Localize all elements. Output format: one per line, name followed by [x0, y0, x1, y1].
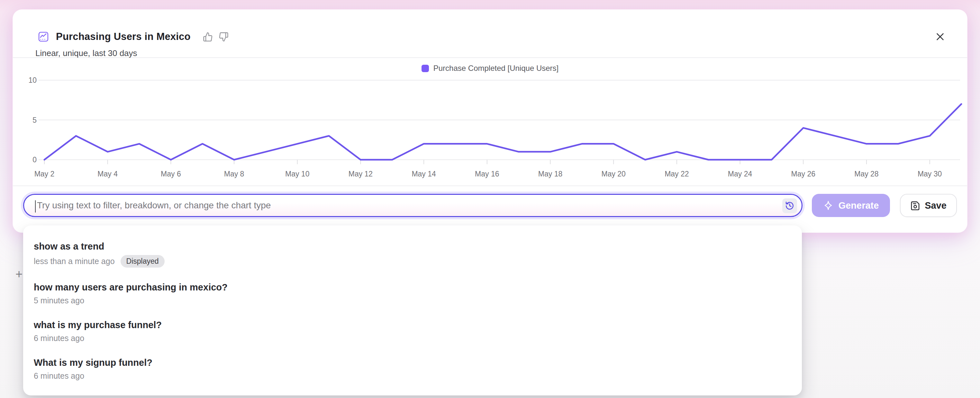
thumbs-down-icon [219, 32, 229, 42]
thumbs-up-button[interactable] [202, 31, 213, 43]
save-icon [910, 201, 920, 211]
svg-text:May 22: May 22 [665, 170, 689, 178]
svg-text:May 12: May 12 [348, 170, 373, 178]
prompt-row: Generate Save [13, 194, 967, 217]
svg-text:May 28: May 28 [854, 170, 878, 178]
save-label: Save [925, 200, 947, 211]
history-item[interactable]: what is my purchase funnel? 6 minutes ag… [23, 312, 802, 349]
svg-text:May 14: May 14 [412, 170, 436, 178]
chart-subtitle: Linear, unique, last 30 days [35, 48, 137, 58]
history-icon [785, 201, 794, 211]
history-item-time: 6 minutes ago [34, 371, 84, 380]
sparkle-icon [823, 200, 834, 211]
svg-text:May 2: May 2 [34, 170, 55, 178]
thumbs-down-button[interactable] [218, 31, 229, 43]
close-button[interactable] [934, 31, 946, 43]
text-caret [35, 200, 36, 213]
displayed-badge: Displayed [121, 255, 165, 268]
svg-text:May 20: May 20 [601, 170, 625, 178]
section-divider [13, 185, 967, 186]
chart-type-icon [38, 31, 49, 42]
prompt-box [23, 194, 802, 217]
svg-text:May 26: May 26 [791, 170, 815, 178]
svg-text:May 4: May 4 [97, 170, 118, 178]
history-item-label: What is my signup funnel? [34, 356, 789, 369]
history-item-time: 5 minutes ago [34, 296, 84, 305]
svg-text:May 18: May 18 [538, 170, 562, 178]
svg-text:May 16: May 16 [475, 170, 499, 178]
svg-text:May 24: May 24 [728, 170, 752, 178]
svg-text:0: 0 [32, 155, 37, 164]
close-icon [935, 32, 945, 42]
svg-text:May 30: May 30 [918, 170, 942, 178]
history-item-time: less than a minute ago [34, 257, 115, 266]
svg-text:10: 10 [28, 76, 37, 85]
generate-button[interactable]: Generate [812, 194, 890, 217]
history-item[interactable]: What is my signup funnel? 6 minutes ago [23, 349, 802, 387]
generate-label: Generate [838, 200, 879, 211]
history-button[interactable] [782, 198, 797, 213]
prompt-input[interactable] [24, 195, 802, 216]
svg-text:May 6: May 6 [161, 170, 181, 178]
history-item-label: what is my purchase funnel? [34, 319, 789, 331]
svg-text:5: 5 [32, 116, 37, 124]
save-button[interactable]: Save [900, 194, 957, 217]
history-dropdown: show as a trend less than a minute ago D… [23, 225, 802, 395]
line-chart: 0510May 2May 4May 6May 8May 10May 12May … [13, 58, 967, 193]
chart-card: Purchasing Users in Mexico Linear, uniqu… [13, 10, 967, 232]
card-header: Purchasing Users in Mexico Linear, uniqu… [13, 10, 967, 58]
history-item-label: how many users are purchasing in mexico? [34, 281, 789, 293]
history-item-label: show as a trend [34, 240, 789, 253]
history-item-time: 6 minutes ago [34, 334, 84, 343]
page-title: Purchasing Users in Mexico [56, 31, 191, 43]
history-item[interactable]: how many users are purchasing in mexico?… [23, 274, 802, 312]
svg-text:May 8: May 8 [224, 170, 244, 178]
thumbs-up-icon [203, 32, 213, 42]
svg-text:May 10: May 10 [285, 170, 309, 178]
line-chart-area[interactable]: 0510May 2May 4May 6May 8May 10May 12May … [13, 58, 967, 193]
background-plus-icon: + [16, 267, 22, 281]
history-item[interactable]: show as a trend less than a minute ago D… [23, 233, 802, 274]
